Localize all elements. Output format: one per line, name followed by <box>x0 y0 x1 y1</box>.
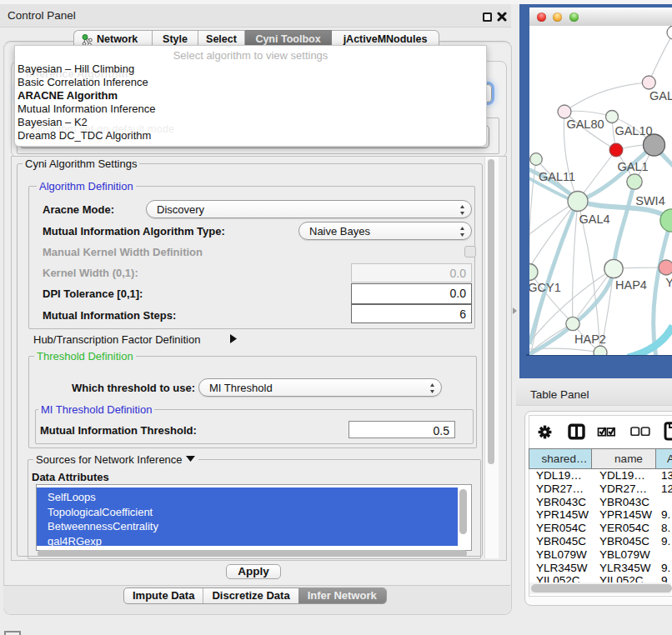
svg-text:GCY1: GCY1 <box>529 281 561 294</box>
svg-text:GAL10: GAL10 <box>614 124 652 138</box>
svg-text:GAL7: GAL7 <box>649 89 672 102</box>
svg-text:GAL11: GAL11 <box>539 170 575 183</box>
svg-text:Y: Y <box>665 276 672 289</box>
svg-text:GAL80: GAL80 <box>566 118 604 131</box>
svg-text:HAP2: HAP2 <box>574 332 606 346</box>
svg-text:GAL1: GAL1 <box>617 160 648 173</box>
svg-text:GAL4: GAL4 <box>579 212 609 226</box>
svg-text:HAP4: HAP4 <box>615 278 647 292</box>
svg-text:SWI4: SWI4 <box>635 194 664 208</box>
